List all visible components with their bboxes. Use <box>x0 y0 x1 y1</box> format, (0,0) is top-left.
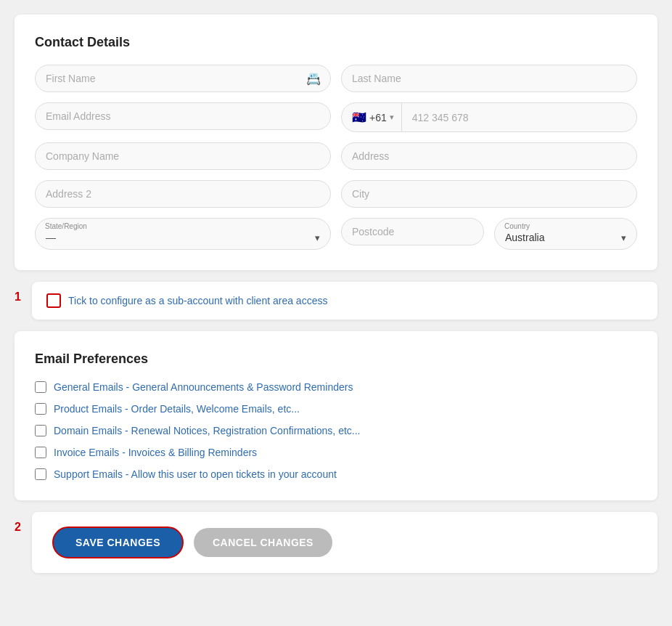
product-emails-checkbox[interactable] <box>35 403 46 415</box>
city-field <box>341 180 637 208</box>
contact-details-title: Contact Details <box>35 35 637 50</box>
domain-emails-checkbox[interactable] <box>35 425 46 436</box>
sub-account-wrapper: 1 Tick to configure as a sub-account wit… <box>15 282 657 320</box>
general-emails-label[interactable]: General Emails - General Announcements &… <box>54 381 353 393</box>
city-input[interactable] <box>341 180 637 208</box>
last-name-input[interactable] <box>341 65 637 92</box>
email-input[interactable] <box>35 102 331 130</box>
postcode-country-group: Country Australia ▾ <box>341 218 637 250</box>
support-emails-checkbox[interactable] <box>35 468 46 480</box>
address2-input[interactable] <box>35 180 331 208</box>
first-name-input[interactable] <box>35 65 331 92</box>
invoice-emails-label[interactable]: Invoice Emails - Invoices & Billing Remi… <box>54 447 257 458</box>
state-value-text: — <box>46 232 56 243</box>
state-chevron-icon: ▾ <box>315 232 320 243</box>
save-button[interactable]: SAVE CHANGES <box>52 527 184 558</box>
list-item: Domain Emails - Renewal Notices, Registr… <box>35 425 637 436</box>
domain-emails-label[interactable]: Domain Emails - Renewal Notices, Registr… <box>54 425 361 436</box>
contact-details-card: Contact Details 📇 🇦🇺 +61 <box>15 15 657 270</box>
contact-form-grid: 📇 🇦🇺 +61 ▾ <box>35 65 637 250</box>
email-preferences-card: Email Preferences General Emails - Gener… <box>15 331 657 500</box>
phone-number-input[interactable] <box>402 105 636 131</box>
list-item: Product Emails - Order Details, Welcome … <box>35 403 637 415</box>
actions-card: SAVE CHANGES CANCEL CHANGES <box>32 512 657 573</box>
list-item: Support Emails - Allow this user to open… <box>35 468 637 480</box>
state-label: State/Region <box>45 222 87 230</box>
list-item: Invoice Emails - Invoices & Billing Remi… <box>35 447 637 458</box>
product-emails-label[interactable]: Product Emails - Order Details, Welcome … <box>54 403 300 415</box>
country-chevron-icon: ▾ <box>621 232 626 243</box>
actions-wrapper: 2 SAVE CHANGES CANCEL CHANGES <box>15 512 657 573</box>
address2-field <box>35 180 331 208</box>
last-name-field <box>341 65 637 92</box>
postcode-field <box>341 218 484 250</box>
country-flag: 🇦🇺 <box>352 110 366 124</box>
state-select[interactable]: State/Region — ▾ <box>35 218 331 250</box>
country-code-selector[interactable]: 🇦🇺 +61 ▾ <box>342 103 402 131</box>
address-input[interactable] <box>341 142 637 170</box>
sub-account-card: Tick to configure as a sub-account with … <box>32 282 657 320</box>
first-name-field: 📇 <box>35 65 331 92</box>
phone-field: 🇦🇺 +61 ▾ <box>341 102 637 132</box>
contact-card-icon: 📇 <box>306 72 321 86</box>
postcode-input[interactable] <box>341 218 484 245</box>
country-dialing-code: +61 <box>369 112 387 123</box>
sub-account-label: Tick to configure as a sub-account with … <box>68 295 327 306</box>
sub-account-number: 1 <box>15 290 21 304</box>
email-field <box>35 102 331 132</box>
phone-dropdown-chevron: ▾ <box>390 113 394 122</box>
phone-group: 🇦🇺 +61 ▾ <box>341 102 637 132</box>
support-emails-label[interactable]: Support Emails - Allow this user to open… <box>54 468 337 480</box>
list-item: General Emails - General Announcements &… <box>35 381 637 393</box>
sub-account-checkbox[interactable] <box>46 293 61 308</box>
country-value-text: Australia <box>505 232 544 243</box>
address-field <box>341 142 637 170</box>
email-preferences-title: Email Preferences <box>35 351 637 367</box>
invoice-emails-checkbox[interactable] <box>35 447 46 458</box>
company-input[interactable] <box>35 142 331 170</box>
cancel-button[interactable]: CANCEL CHANGES <box>194 528 332 557</box>
general-emails-checkbox[interactable] <box>35 381 46 393</box>
company-field <box>35 142 331 170</box>
email-preferences-list: General Emails - General Announcements &… <box>35 381 637 480</box>
actions-number: 2 <box>15 521 21 534</box>
country-select[interactable]: Country Australia ▾ <box>494 218 637 250</box>
country-label: Country <box>504 222 530 230</box>
